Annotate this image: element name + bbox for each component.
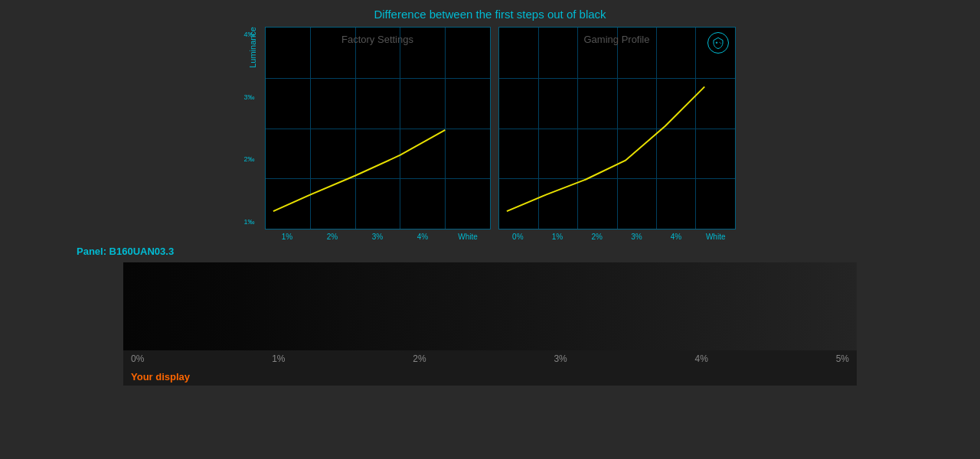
bottom-x-0: 0% [131,353,144,364]
right-chart-area: Gaming Profile [498,27,736,230]
y-tick-4: 4‰ [244,31,255,38]
bottom-x-labels: 0% 1% 2% 3% 4% 5% [123,350,857,367]
display-canvas [123,262,857,350]
top-section: Difference between the first steps out o… [0,0,980,262]
right-x-0: 0% [498,233,538,241]
y-tick-1: 1‰ [244,218,255,226]
left-x-labels: 1% 2% 3% 4% White [265,230,491,241]
y-tick-2: 2‰ [244,155,255,163]
right-x-1: 1% [537,233,577,241]
bottom-x-3: 3% [554,353,567,364]
bottom-x-2: 2% [413,353,426,364]
right-x-labels: 0% 1% 2% 3% 4% White [498,230,736,241]
left-chart-group: Factory Settings 4‰ 3‰ 2‰ 1‰ [265,27,491,241]
left-x-3: 3% [355,233,400,241]
left-x-2: 2% [310,233,355,241]
main-container: Difference between the first steps out o… [0,0,980,459]
your-display-label: Your display [131,371,190,382]
your-display-wrapper: Your display [123,367,857,386]
bottom-section: 0% 1% 2% 3% 4% 5% Your display [122,262,858,386]
right-curve-svg [499,28,735,229]
panel-label: Panel: B160UAN03.3 [54,246,174,257]
bottom-x-4: 4% [695,353,708,364]
right-chart-group: Gaming Profile [498,27,736,241]
right-x-white: White [696,233,736,241]
right-x-3: 3% [617,233,657,241]
right-x-4: 4% [656,233,696,241]
left-curve-svg [266,28,490,229]
bottom-x-5: 5% [836,353,849,364]
y-tick-3: 3‰ [244,93,255,101]
right-x-2: 2% [577,233,617,241]
left-x-1: 1% [265,233,310,241]
left-x-4: 4% [400,233,446,241]
bottom-x-1: 1% [272,353,285,364]
left-chart-area: Factory Settings 4‰ 3‰ 2‰ 1‰ [265,27,491,230]
left-x-white: White [446,233,491,241]
chart-title: Difference between the first steps out o… [15,8,965,21]
